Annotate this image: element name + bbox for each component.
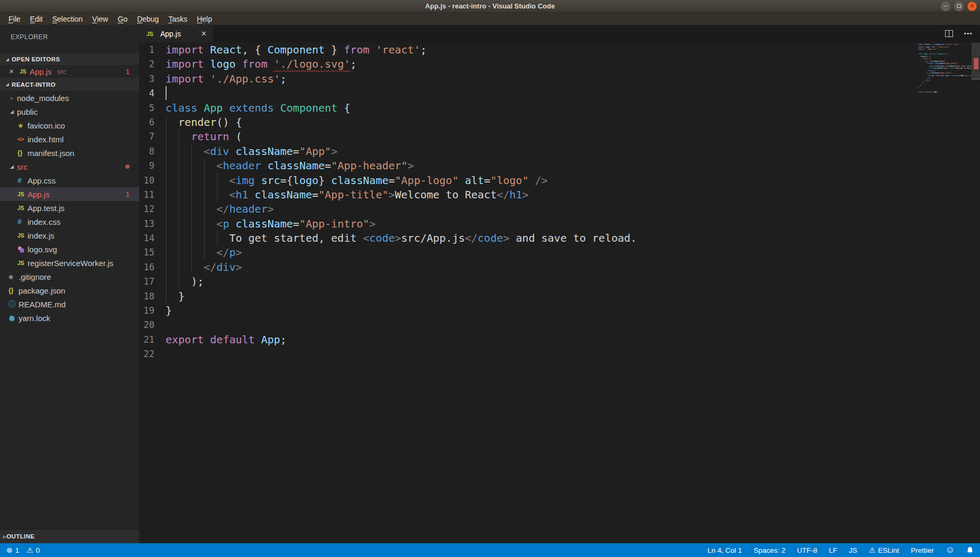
chevron-expanded-icon: ◢: [8, 164, 15, 169]
status-smiley[interactable]: ☺: [946, 545, 955, 555]
svg-file-icon: [17, 246, 28, 253]
more-actions-icon[interactable]: ⋯: [964, 29, 973, 39]
error-count-icon: ⊗: [6, 546, 13, 554]
code-line-16[interactable]: </div>: [166, 260, 980, 275]
code-line-14[interactable]: To get started, edit <code>src/App.js</c…: [166, 231, 980, 245]
status-bell[interactable]: [966, 546, 974, 554]
line-number: 6: [139, 115, 166, 130]
code-line-2[interactable]: import logo from './logo.svg';: [166, 57, 980, 71]
code-line-22[interactable]: [166, 347, 980, 361]
code-line-1[interactable]: import React, { Component } from 'react'…: [166, 43, 980, 57]
code-line-9[interactable]: <header className="App-header">: [166, 159, 980, 173]
menu-go[interactable]: Go: [113, 15, 132, 23]
status-js[interactable]: JS: [849, 546, 857, 554]
tree-item-App.test.js[interactable]: JSApp.test.js: [0, 201, 139, 215]
menu-debug[interactable]: Debug: [132, 15, 163, 23]
tree-item-index.html[interactable]: <>index.html: [0, 132, 139, 146]
code-content[interactable]: import React, { Component } from 'react'…: [166, 43, 980, 362]
code-line-12[interactable]: </header>: [166, 202, 980, 216]
menu-help[interactable]: Help: [192, 15, 217, 23]
tree-item-.gitignore[interactable]: ◆.gitignore: [0, 270, 139, 284]
code-line-19[interactable]: }: [166, 304, 980, 318]
status-eslint[interactable]: ⚠ESLint: [869, 546, 899, 554]
scrollbar-slider[interactable]: [972, 43, 980, 79]
tab-close-icon[interactable]: ✕: [201, 30, 207, 38]
js-file-icon: JS: [17, 260, 28, 266]
line-number: 1: [139, 43, 166, 57]
code-line-8[interactable]: <div className="App">: [166, 144, 980, 159]
code-line-10[interactable]: <img src={logo} className="App-logo" alt…: [166, 174, 980, 188]
warning-icon: ⚠: [869, 546, 876, 554]
chevron-expanded-icon: ◢: [8, 109, 15, 114]
tree-item-label: registerServiceWorker.js: [28, 259, 113, 268]
tree-item-favicon.ico[interactable]: ★favicon.ico: [0, 118, 139, 132]
line-number: 22: [139, 347, 166, 361]
code-line-11[interactable]: <h1 className="App-title">Welcome to Rea…: [166, 188, 980, 202]
tree-item-package.json[interactable]: {}package.json: [0, 284, 139, 297]
line-number: 14: [139, 231, 166, 245]
menu-tasks[interactable]: Tasks: [163, 15, 192, 23]
menu-edit[interactable]: Edit: [25, 15, 48, 23]
maximize-button[interactable]: [954, 2, 964, 11]
tree-item-public[interactable]: ◢public: [0, 105, 139, 118]
status-lf[interactable]: LF: [829, 546, 837, 554]
star-file-icon: ★: [17, 122, 28, 130]
tree-item-label: manifest.json: [28, 149, 74, 158]
code-line-3[interactable]: import './App.css';: [166, 72, 980, 86]
workbench: EXPLORER ◢ OPEN EDITORS ✕JSApp.jssrc1 ◢ …: [0, 25, 980, 543]
code-line-17[interactable]: );: [166, 275, 980, 289]
code-editor[interactable]: 12345678910111213141516171819202122 impo…: [139, 42, 980, 543]
menu-view[interactable]: View: [87, 15, 113, 23]
tree-item-App.js[interactable]: JSApp.js1: [0, 187, 139, 201]
tab-appjs[interactable]: JS App.js ✕: [139, 25, 213, 42]
status-prettier[interactable]: Prettier: [911, 546, 934, 554]
status-bar-right: Ln 4, Col 1Spaces: 2UTF-8LFJS⚠ESLintPret…: [708, 545, 974, 555]
code-line-4[interactable]: [166, 86, 980, 101]
open-editors-header[interactable]: ◢ OPEN EDITORS: [0, 53, 139, 65]
minimap[interactable]: import React, { Component } from 'react'…: [918, 43, 972, 543]
error-count: 1: [15, 546, 20, 554]
line-number: 4: [139, 86, 166, 101]
open-editor-App.js[interactable]: ✕JSApp.jssrc1: [0, 65, 139, 78]
problems-indicator[interactable]: ⊗ 1 ⚠ 0: [6, 546, 40, 554]
code-line-20[interactable]: [166, 318, 980, 332]
close-editor-icon[interactable]: ✕: [9, 68, 20, 75]
file-tree: ▹node_modules◢public★favicon.ico<>index.…: [0, 91, 139, 325]
tree-item-yarn.lock[interactable]: yarn.lock: [0, 311, 139, 325]
tree-item-App.css[interactable]: #App.css: [0, 174, 139, 187]
status-ln-4-col-1[interactable]: Ln 4, Col 1: [708, 546, 742, 554]
code-line-5[interactable]: class App extends Component {: [166, 101, 980, 115]
tree-item-index.js[interactable]: JSindex.js: [0, 229, 139, 242]
sidebar-empty-space: [0, 325, 139, 529]
tree-item-label: package.json: [19, 286, 65, 295]
code-line-7[interactable]: return (: [166, 130, 980, 144]
menu-selection[interactable]: Selection: [48, 15, 88, 23]
code-line-18[interactable]: }: [166, 289, 980, 304]
status-bar: ⊗ 1 ⚠ 0 Ln 4, Col 1Spaces: 2UTF-8LFJS⚠ES…: [0, 543, 980, 557]
error-badge: 1: [126, 68, 130, 76]
code-line-15[interactable]: </p>: [166, 245, 980, 260]
tree-item-registerServiceWorker.js[interactable]: JSregisterServiceWorker.js: [0, 256, 139, 270]
tree-item-logo.svg[interactable]: logo.svg: [0, 242, 139, 256]
code-line-21[interactable]: export default App;: [166, 333, 980, 347]
outline-section-header[interactable]: ▹ OUTLINE: [0, 529, 139, 543]
tree-item-manifest.json[interactable]: {}manifest.json: [0, 146, 139, 160]
modified-dot-badge: [125, 165, 130, 169]
tree-item-src[interactable]: ◢src: [0, 160, 139, 174]
tree-item-README.md[interactable]: ⓘREADME.md: [0, 297, 139, 311]
tree-item-index.css[interactable]: #index.css: [0, 215, 139, 229]
js-file-icon: JS: [17, 191, 28, 197]
folder-section-header[interactable]: ◢ REACT-INTRO: [0, 78, 139, 91]
minimize-button[interactable]: ─: [941, 2, 950, 11]
status-utf-8[interactable]: UTF-8: [797, 546, 817, 554]
tree-item-node_modules[interactable]: ▹node_modules: [0, 91, 139, 105]
line-number: 5: [139, 101, 166, 115]
tree-item-label: index.js: [28, 231, 54, 240]
code-line-6[interactable]: render() {: [166, 115, 980, 130]
code-line-13[interactable]: <p className="App-intro">: [166, 217, 980, 231]
close-button[interactable]: ✕: [967, 2, 977, 11]
html-file-icon: <>: [17, 136, 28, 142]
menu-file[interactable]: File: [4, 15, 25, 23]
status-spaces-2[interactable]: Spaces: 2: [754, 546, 785, 554]
split-editor-icon[interactable]: [945, 30, 953, 37]
